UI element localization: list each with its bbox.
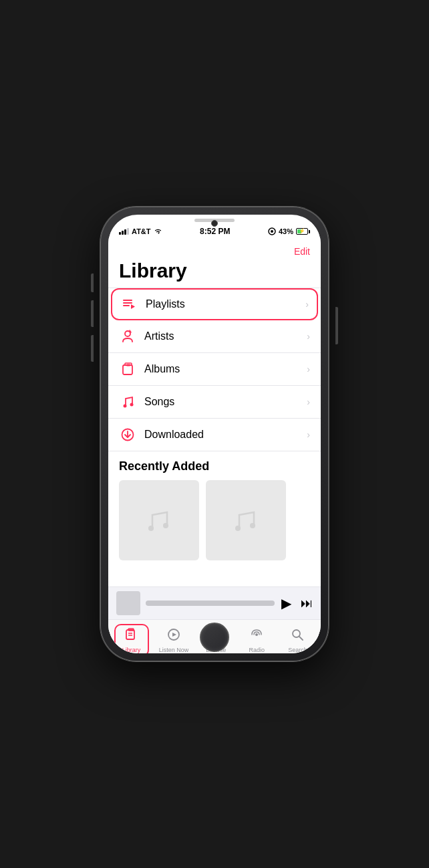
library-tab-label: Library bbox=[122, 647, 141, 653]
mute-button[interactable] bbox=[91, 274, 94, 292]
svg-marker-24 bbox=[172, 633, 176, 637]
page-title: Library bbox=[108, 259, 321, 288]
radio-tab-label: Radio bbox=[249, 647, 265, 653]
carrier-label: AT&T bbox=[132, 227, 151, 235]
svg-point-29 bbox=[255, 633, 258, 636]
battery-icon: ⚡ bbox=[296, 228, 310, 235]
playlists-label: Playlists bbox=[146, 298, 305, 310]
menu-item-downloaded[interactable]: Downloaded › bbox=[108, 419, 321, 451]
album-grid bbox=[119, 480, 310, 560]
playlists-chevron: › bbox=[305, 299, 309, 310]
search-tab-label: Search bbox=[288, 647, 307, 653]
phone-screen: AT&T 8:52 PM 43% ⚡ bbox=[108, 215, 321, 653]
svg-point-17 bbox=[235, 526, 241, 531]
now-playing-controls: ▶ ⏭ bbox=[281, 595, 313, 611]
battery-tip bbox=[309, 230, 310, 233]
svg-point-6 bbox=[125, 331, 130, 336]
album-placeholder-icon-1 bbox=[139, 500, 179, 540]
library-tab-icon bbox=[124, 627, 139, 645]
power-button[interactable] bbox=[335, 307, 338, 344]
svg-point-30 bbox=[293, 630, 300, 637]
edit-button[interactable]: Edit bbox=[294, 246, 310, 257]
lightning-icon: ⚡ bbox=[299, 228, 305, 234]
songs-label: Songs bbox=[144, 396, 307, 408]
playlists-icon bbox=[120, 296, 138, 313]
fast-forward-button[interactable]: ⏭ bbox=[301, 596, 313, 611]
menu-item-artists[interactable]: Artists › bbox=[108, 320, 321, 353]
status-left: AT&T bbox=[119, 227, 162, 235]
downloaded-chevron: › bbox=[307, 429, 310, 440]
svg-rect-8 bbox=[123, 365, 132, 374]
status-time: 8:52 PM bbox=[200, 227, 230, 236]
menu-item-albums[interactable]: Albums › bbox=[108, 353, 321, 386]
volume-up-button[interactable] bbox=[91, 300, 94, 327]
albums-label: Albums bbox=[144, 363, 307, 375]
svg-point-16 bbox=[163, 523, 168, 528]
signal-bars bbox=[119, 228, 129, 235]
menu-list: Playlists › Artists › bbox=[108, 288, 321, 451]
listen-now-tab-label: Listen Now bbox=[159, 647, 189, 653]
bar1 bbox=[119, 232, 121, 235]
battery-body: ⚡ bbox=[296, 228, 308, 235]
album-placeholder-icon-2 bbox=[226, 500, 266, 540]
svg-point-12 bbox=[130, 403, 134, 407]
tab-listen-now[interactable]: Listen Now bbox=[155, 625, 193, 653]
tab-library[interactable]: Library bbox=[114, 624, 149, 653]
lock-rotation-icon bbox=[268, 227, 276, 235]
downloaded-label: Downloaded bbox=[144, 429, 307, 441]
recently-added-section: Recently Added bbox=[108, 451, 321, 566]
tab-search[interactable]: Search bbox=[280, 625, 315, 653]
svg-point-1 bbox=[271, 230, 273, 233]
search-tab-icon bbox=[290, 627, 305, 645]
front-camera bbox=[211, 220, 218, 227]
svg-marker-5 bbox=[131, 304, 135, 309]
svg-point-11 bbox=[124, 405, 127, 408]
svg-point-18 bbox=[250, 523, 255, 528]
svg-line-31 bbox=[299, 637, 303, 640]
bar3 bbox=[124, 229, 126, 235]
svg-rect-19 bbox=[126, 630, 134, 639]
wifi-icon bbox=[154, 228, 162, 235]
artists-chevron: › bbox=[307, 331, 310, 342]
tab-radio[interactable]: Radio bbox=[239, 625, 274, 653]
now-playing-track-info bbox=[146, 601, 275, 606]
songs-chevron: › bbox=[307, 397, 310, 407]
listen-now-tab-icon bbox=[166, 627, 181, 645]
downloaded-icon bbox=[119, 426, 136, 443]
svg-point-15 bbox=[148, 526, 154, 531]
menu-item-playlists[interactable]: Playlists › bbox=[111, 288, 318, 320]
album-thumb-2[interactable] bbox=[206, 480, 286, 560]
phone-frame: AT&T 8:52 PM 43% ⚡ bbox=[100, 207, 329, 661]
menu-item-songs[interactable]: Songs › bbox=[108, 386, 321, 419]
artists-icon bbox=[119, 328, 136, 345]
top-area: Edit bbox=[108, 241, 321, 259]
recently-added-title: Recently Added bbox=[119, 459, 310, 473]
bar2 bbox=[122, 231, 124, 235]
play-button[interactable]: ▶ bbox=[281, 595, 291, 611]
volume-down-button[interactable] bbox=[91, 335, 94, 362]
status-right: 43% ⚡ bbox=[268, 227, 310, 235]
album-thumb-1[interactable] bbox=[119, 480, 199, 560]
songs-icon bbox=[119, 393, 136, 411]
now-playing-bar[interactable]: ▶ ⏭ bbox=[108, 586, 321, 619]
now-playing-thumbnail bbox=[116, 591, 140, 615]
artists-label: Artists bbox=[144, 330, 307, 342]
screen-content: Edit Library Playlists bbox=[108, 241, 321, 653]
albums-icon bbox=[119, 360, 136, 378]
albums-chevron: › bbox=[307, 364, 310, 374]
home-button[interactable] bbox=[200, 623, 229, 652]
battery-percent: 43% bbox=[279, 227, 293, 235]
radio-tab-icon bbox=[249, 627, 264, 645]
bar4 bbox=[127, 228, 129, 235]
